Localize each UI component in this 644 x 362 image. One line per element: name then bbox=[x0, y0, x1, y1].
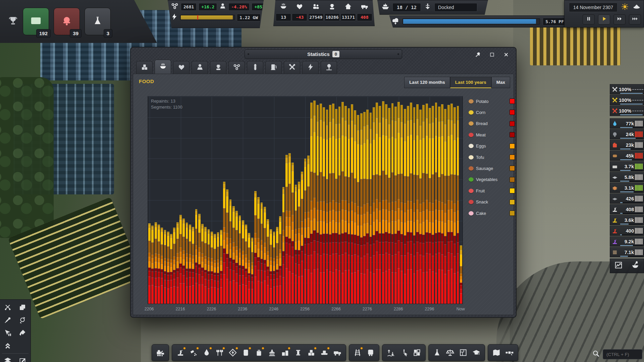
stacked-bar[interactable] bbox=[357, 115, 359, 304]
world-map-button[interactable] bbox=[490, 346, 502, 359]
bulldozer-button[interactable] bbox=[154, 346, 166, 359]
rails-button[interactable] bbox=[352, 346, 364, 359]
stacked-bar[interactable] bbox=[198, 214, 201, 304]
chart-plot[interactable]: Repaints: 13 Segments: 1100 bbox=[148, 96, 463, 304]
trade-button[interactable] bbox=[444, 346, 456, 359]
stacked-bar[interactable] bbox=[400, 105, 403, 304]
storage-button[interactable] bbox=[305, 346, 317, 359]
resource-row-vehicles-red[interactable]: 400 bbox=[610, 226, 644, 236]
stacked-bar[interactable] bbox=[320, 104, 322, 304]
stacked-bar[interactable] bbox=[298, 182, 300, 304]
stacked-bar[interactable] bbox=[391, 103, 394, 304]
resource-row-steel-plate[interactable]: 426 bbox=[610, 193, 644, 204]
stacked-bar[interactable] bbox=[335, 109, 337, 304]
stacked-bar[interactable] bbox=[161, 228, 163, 304]
stacked-bar[interactable] bbox=[317, 105, 319, 304]
cut-tool[interactable] bbox=[2, 302, 13, 312]
stacked-bar[interactable] bbox=[214, 234, 216, 304]
stacked-bar[interactable] bbox=[332, 104, 334, 304]
range-button-max[interactable]: Max bbox=[491, 77, 510, 88]
stacked-bar[interactable] bbox=[276, 227, 278, 304]
stacked-bar[interactable] bbox=[261, 202, 263, 304]
stacked-bar[interactable] bbox=[179, 215, 182, 304]
trains-button[interactable] bbox=[365, 346, 377, 359]
stacked-bar[interactable] bbox=[170, 234, 172, 304]
stacked-bar[interactable] bbox=[257, 197, 260, 304]
stacked-bar[interactable] bbox=[351, 104, 353, 304]
stacked-bar[interactable] bbox=[363, 112, 366, 304]
tab-products[interactable] bbox=[136, 61, 153, 74]
mail-button[interactable]: 192 bbox=[23, 8, 49, 35]
edit-tool[interactable] bbox=[17, 356, 28, 362]
stacked-bar[interactable] bbox=[273, 232, 275, 304]
stacked-bar[interactable] bbox=[251, 238, 254, 304]
stacked-bar[interactable] bbox=[173, 228, 175, 304]
stacked-bar[interactable] bbox=[254, 191, 257, 304]
stacked-bar[interactable] bbox=[426, 104, 428, 304]
stacked-bar[interactable] bbox=[348, 108, 350, 304]
stacked-bar[interactable] bbox=[291, 163, 294, 304]
research-button[interactable]: 3 bbox=[85, 8, 111, 35]
stacked-bar[interactable] bbox=[229, 199, 232, 304]
tab-food[interactable] bbox=[155, 60, 171, 74]
resource-row-parts-white[interactable]: 408 bbox=[610, 204, 644, 215]
legend-item-potato[interactable]: Potato bbox=[469, 98, 515, 105]
legend-item-meat[interactable]: Meat bbox=[469, 131, 515, 138]
range-button-last-100-years[interactable]: Last 100 years bbox=[450, 77, 491, 88]
statistics-shortcut-icon[interactable] bbox=[614, 261, 623, 271]
resource-row-slabs[interactable]: 7.1k bbox=[610, 247, 644, 257]
stacked-bar[interactable] bbox=[460, 245, 462, 304]
stacked-bar[interactable] bbox=[217, 232, 219, 304]
play-fastest-button[interactable] bbox=[629, 14, 641, 24]
stacked-bar[interactable] bbox=[220, 230, 222, 304]
stacked-bar[interactable] bbox=[201, 224, 204, 304]
stacked-bar[interactable] bbox=[226, 189, 228, 304]
oil-storage-button[interactable] bbox=[240, 346, 252, 359]
stacked-bar[interactable] bbox=[344, 106, 347, 304]
water-button[interactable] bbox=[201, 346, 213, 359]
stacked-bar[interactable] bbox=[248, 233, 250, 304]
stacked-bar[interactable] bbox=[151, 226, 154, 304]
recycle-tool[interactable] bbox=[17, 315, 28, 325]
stacked-bar[interactable] bbox=[182, 219, 185, 304]
city-stat-housing[interactable]: 13171 bbox=[340, 2, 356, 23]
pause-button[interactable] bbox=[583, 14, 595, 24]
legend-item-corn[interactable]: Corn bbox=[469, 109, 515, 116]
stacked-bar[interactable] bbox=[211, 232, 213, 304]
stacked-bar[interactable] bbox=[404, 109, 406, 304]
stacked-bar[interactable] bbox=[245, 225, 247, 304]
resource-row-iron-plate[interactable]: 5.8k bbox=[610, 172, 644, 182]
pin-icon[interactable] bbox=[473, 50, 483, 59]
stacked-bar[interactable] bbox=[186, 223, 188, 304]
stacked-bar[interactable] bbox=[329, 105, 331, 304]
monuments-button[interactable] bbox=[292, 346, 304, 359]
stacked-bar[interactable] bbox=[438, 107, 440, 304]
tab-resources[interactable] bbox=[228, 61, 245, 74]
city-stat-logistics[interactable]: 408 bbox=[357, 2, 372, 23]
resource-row-copper-plate[interactable]: 3.1k bbox=[610, 183, 644, 193]
stacked-bar[interactable] bbox=[164, 230, 166, 304]
tab-environment[interactable] bbox=[321, 61, 337, 74]
stacked-bar[interactable] bbox=[444, 109, 446, 304]
stacked-bar[interactable] bbox=[419, 110, 422, 304]
stacked-bar[interactable] bbox=[326, 110, 328, 304]
government-button[interactable] bbox=[266, 346, 278, 359]
mining-button[interactable] bbox=[174, 346, 186, 359]
ship-status[interactable]: Docked bbox=[434, 3, 477, 12]
stacked-bar[interactable] bbox=[204, 227, 207, 304]
stacked-bar[interactable] bbox=[376, 103, 378, 304]
stacked-bar[interactable] bbox=[341, 102, 344, 304]
stacked-bar[interactable] bbox=[176, 222, 179, 304]
resource-row-fuel[interactable]: 23k bbox=[610, 140, 644, 150]
stacked-bar[interactable] bbox=[288, 153, 291, 304]
stacked-bar[interactable] bbox=[264, 207, 266, 304]
stacked-bar[interactable] bbox=[155, 222, 157, 304]
legend-item-bread[interactable]: Bread bbox=[469, 120, 515, 127]
city-stat-workers[interactable]: 10286 bbox=[324, 2, 340, 23]
stacked-bar[interactable] bbox=[432, 106, 434, 304]
research-button[interactable] bbox=[431, 346, 443, 359]
stacked-bar[interactable] bbox=[279, 216, 281, 304]
city-stat-food[interactable]: 13 bbox=[276, 2, 291, 23]
stacked-bar[interactable] bbox=[148, 223, 151, 304]
stacked-bar[interactable] bbox=[295, 185, 297, 304]
